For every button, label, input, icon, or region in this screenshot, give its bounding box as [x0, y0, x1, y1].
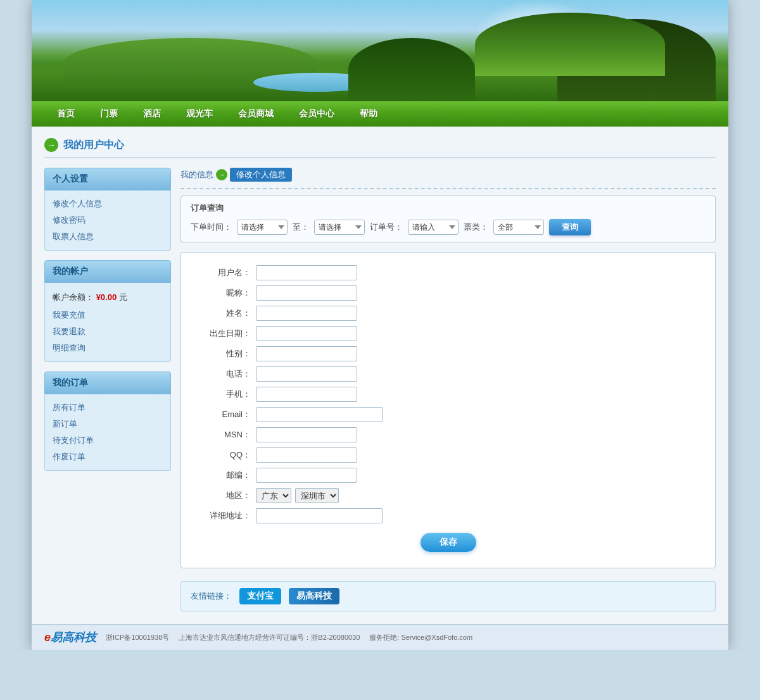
breadcrumb: 我的信息 → 修改个人信息: [180, 168, 716, 182]
yigao-link[interactable]: 易高科技: [289, 588, 339, 604]
nav-hotel[interactable]: 酒店: [130, 101, 174, 127]
form-row-msn: MSN：: [200, 427, 696, 442]
content-columns: 个人设置 修改个人信息 修改密码 取票人信息 我的帐户 帐户余额： ¥: [44, 168, 716, 611]
birthday-label: 出生日期：: [200, 328, 251, 339]
form-row-address: 详细地址：: [200, 508, 696, 523]
footer-service: 服务拒绝: Service@XsdFofo.com: [369, 633, 472, 642]
birthday-input[interactable]: [256, 326, 357, 341]
form-row-mobile: 手机：: [200, 387, 696, 402]
sidebar-link-cancelled-orders[interactable]: 作废订单: [53, 449, 163, 465]
breadcrumb-current: 修改个人信息: [230, 168, 292, 182]
sidebar-link-detail-query[interactable]: 明细查询: [53, 340, 163, 356]
dashed-separator: [180, 188, 716, 189]
zipcode-label: 邮编：: [200, 470, 251, 481]
mobile-input[interactable]: [256, 387, 357, 402]
sidebar-link-edit-profile[interactable]: 修改个人信息: [53, 196, 163, 212]
sidebar-link-change-password[interactable]: 修改密码: [53, 212, 163, 228]
email-input[interactable]: [256, 407, 383, 422]
save-button[interactable]: 保存: [421, 533, 476, 552]
sidebar-personal-title: 个人设置: [44, 168, 171, 191]
zipcode-input[interactable]: [256, 468, 357, 483]
page-title-bar: → 我的用户中心: [44, 133, 716, 158]
address-label: 详细地址：: [200, 510, 251, 522]
order-query-box: 订单查询 下单时间： 请选择 今天 近7天 近30天 至： 请选择 今天: [180, 196, 716, 242]
main-content: → 我的用户中心 个人设置 修改个人信息 修改密码 取票人信息 我的帐户: [32, 127, 728, 624]
address-input[interactable]: [256, 508, 383, 523]
phone-label: 电话：: [200, 368, 251, 380]
alipay-link[interactable]: 支付宝: [239, 588, 281, 604]
nickname-input[interactable]: [256, 285, 357, 301]
province-select[interactable]: 广东 北京 上海: [256, 488, 291, 503]
account-balance-amount: ¥0.00: [96, 292, 119, 302]
gender-input[interactable]: [256, 346, 357, 361]
sidebar-account-section: 我的帐户 帐户余额： ¥0.00 元 我要充值 我要退款 明细查询: [44, 260, 171, 362]
nav-sightseeing[interactable]: 观光车: [174, 101, 225, 127]
form-row-birthday: 出生日期：: [200, 326, 696, 341]
sidebar-personal-body: 修改个人信息 修改密码 取票人信息: [44, 191, 171, 251]
region-label: 地区：: [200, 490, 251, 501]
header-banner: [32, 0, 728, 101]
sidebar-link-ticket-person[interactable]: 取票人信息: [53, 228, 163, 245]
region-selects: 广东 北京 上海 深圳市 广州市 东莞市: [256, 488, 339, 503]
nav-member[interactable]: 会员中心: [286, 101, 347, 127]
nickname-label: 昵称：: [200, 287, 251, 299]
sidebar-link-all-orders[interactable]: 所有订单: [53, 399, 163, 416]
order-query-row: 下单时间： 请选择 今天 近7天 近30天 至： 请选择 今天 近7天 近: [191, 219, 706, 235]
profile-form: 用户名： 昵称： 姓名： 出生日期：: [180, 252, 716, 568]
phone-input[interactable]: [256, 366, 357, 382]
msn-label: MSN：: [200, 429, 251, 441]
order-no-select[interactable]: 请输入: [408, 220, 459, 235]
form-row-phone: 电话：: [200, 366, 696, 382]
friends-links-label: 友情链接：: [191, 591, 232, 602]
username-input[interactable]: [256, 265, 357, 280]
form-row-zipcode: 邮编：: [200, 468, 696, 483]
realname-input[interactable]: [256, 306, 357, 321]
order-no-label: 订单号：: [370, 222, 403, 233]
form-row-region: 地区： 广东 北京 上海 深圳市 广州市 东莞市: [200, 488, 696, 503]
username-label: 用户名：: [200, 267, 251, 278]
sidebar: 个人设置 修改个人信息 修改密码 取票人信息 我的帐户 帐户余额： ¥: [44, 168, 171, 611]
sidebar-order-section: 我的订单 所有订单 新订单 待支付订单 作废订单: [44, 372, 171, 471]
nav-home[interactable]: 首页: [44, 101, 87, 127]
nav-help[interactable]: 帮助: [347, 101, 390, 127]
footer-icp: 浙ICP备10001938号: [106, 633, 169, 642]
breadcrumb-first: 我的信息: [180, 169, 213, 180]
sidebar-link-new-orders[interactable]: 新订单: [53, 416, 163, 432]
navigation: 首页 门票 酒店 观光车 会员商城 会员中心 帮助: [32, 101, 728, 127]
sidebar-link-recharge[interactable]: 我要充值: [53, 307, 163, 323]
qq-input[interactable]: [256, 447, 357, 463]
footer-address: 上海市达业市风信通地方经营许可证编号：浙B2-20080030: [179, 633, 360, 642]
date-start-label: 下单时间：: [191, 222, 232, 233]
realname-label: 姓名：: [200, 308, 251, 319]
ticket-type-select[interactable]: 全部 门票 酒店: [493, 220, 544, 235]
msn-input[interactable]: [256, 427, 357, 442]
city-select[interactable]: 深圳市 广州市 东莞市: [295, 488, 339, 503]
page-title-icon: →: [44, 138, 58, 152]
form-row-realname: 姓名：: [200, 306, 696, 321]
date-end-select[interactable]: 请选择 今天 近7天 近30天: [314, 220, 365, 235]
form-row-gender: 性别：: [200, 346, 696, 361]
query-button[interactable]: 查询: [549, 219, 591, 235]
sidebar-personal-section: 个人设置 修改个人信息 修改密码 取票人信息: [44, 168, 171, 251]
email-label: Email：: [200, 409, 251, 420]
form-row-nickname: 昵称：: [200, 285, 696, 301]
ticket-type-label: 票类：: [464, 222, 488, 233]
footer: e易高科技 浙ICP备10001938号 上海市达业市风信通地方经营许可证编号：…: [32, 624, 728, 650]
mobile-label: 手机：: [200, 389, 251, 400]
form-row-username: 用户名：: [200, 265, 696, 280]
nav-ticket[interactable]: 门票: [87, 101, 130, 127]
date-to-label: 至：: [293, 222, 309, 233]
qq-label: QQ：: [200, 449, 251, 461]
order-query-title: 订单查询: [191, 203, 706, 214]
page-title: 我的用户中心: [63, 139, 124, 152]
friends-links: 友情链接： 支付宝 易高科技: [180, 581, 716, 611]
sidebar-order-body: 所有订单 新订单 待支付订单 作废订单: [44, 394, 171, 471]
breadcrumb-arrow-icon: →: [216, 169, 227, 180]
gender-label: 性别：: [200, 348, 251, 359]
date-start-select[interactable]: 请选择 今天 近7天 近30天: [237, 220, 288, 235]
sidebar-link-refund[interactable]: 我要退款: [53, 323, 163, 340]
sidebar-order-title: 我的订单: [44, 372, 171, 394]
form-row-email: Email：: [200, 407, 696, 422]
nav-mall[interactable]: 会员商城: [225, 101, 286, 127]
sidebar-link-pending-orders[interactable]: 待支付订单: [53, 432, 163, 449]
